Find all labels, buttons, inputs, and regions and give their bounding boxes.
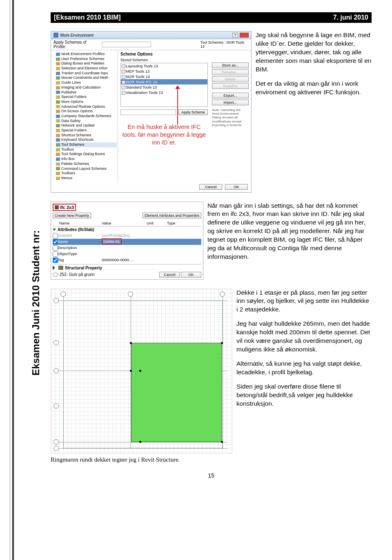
- tree-item[interactable]: Guide Lines: [56, 80, 117, 85]
- property-row[interactable]: Description: [53, 245, 201, 251]
- tree-icon: [56, 158, 60, 161]
- tree-item[interactable]: Toolbars: [56, 171, 117, 176]
- property-name: Tag: [58, 258, 102, 263]
- tree-item[interactable]: Toolbox: [56, 147, 117, 152]
- tree-label: Menus: [61, 176, 72, 181]
- tree-icon: [56, 119, 60, 122]
- tree-item[interactable]: Keyboard Shortcuts: [56, 138, 117, 142]
- tree-item[interactable]: Menus: [56, 176, 117, 181]
- tree-icon: [56, 110, 60, 113]
- tree-item[interactable]: Work Environment Profiles: [56, 52, 117, 57]
- tree-label: Toolbars: [61, 171, 75, 176]
- tree-label: Tracker and Coordinate Inpu: [61, 71, 108, 76]
- tree-item[interactable]: Mouse Constraints and Meth: [56, 76, 117, 80]
- tree-item[interactable]: Info Box: [56, 157, 117, 162]
- tree-item[interactable]: Imaging and Calculation: [56, 85, 117, 90]
- section3-p2: Jeg har valgt hulldekke 265mm, men det h…: [236, 320, 372, 354]
- apply-scheme-button[interactable]: Apply Scheme: [178, 109, 208, 115]
- cancel-button[interactable]: Cancel: [199, 184, 222, 190]
- ok-button[interactable]: OK: [225, 184, 248, 190]
- plan-caption: Ringmuren rundt dekket tegner jeg i Revi…: [51, 456, 232, 463]
- header-bar: [Eksamen 2010 1BIM] 7. juni 2010: [51, 12, 372, 23]
- apply-scheme-input[interactable]: [120, 109, 176, 115]
- scheme-item[interactable]: MEP Tools 13: [121, 69, 207, 74]
- tree-label: Keyboard Shortcuts: [61, 138, 94, 142]
- tree-label: Guide Lines: [61, 80, 81, 85]
- tree-item[interactable]: Data Safety: [56, 119, 117, 124]
- footer-text: 252- Gulv på grunn: [60, 272, 95, 277]
- tree-label: User Preference Schemes: [61, 57, 105, 62]
- scheme-item[interactable]: NOR Tools IFC 13: [121, 79, 207, 84]
- section3-p3: Alternativ, så kunne jeg ha valgt støpt …: [236, 360, 372, 377]
- tree-icon: [56, 76, 60, 80]
- tree-icon: [56, 72, 60, 75]
- tree-item[interactable]: Palette Schemes: [56, 162, 117, 167]
- property-value: [102, 251, 159, 257]
- tree-icon: [56, 86, 60, 89]
- property-row[interactable]: ObjectType: [53, 251, 201, 257]
- tree-item[interactable]: Tool Schemes: [56, 142, 117, 147]
- tree-panel[interactable]: Work Environment ProfilesUser Preference…: [51, 50, 118, 182]
- tree-item[interactable]: More Options: [56, 100, 117, 104]
- tree-item[interactable]: Dialog Boxes and Palettes: [56, 61, 117, 66]
- tree-item[interactable]: On-Screen Options: [56, 109, 117, 114]
- ok-button-2[interactable]: OK: [181, 272, 201, 278]
- tree-label: Company Standards Schemes: [61, 114, 111, 119]
- tree-item[interactable]: Special Folders: [56, 95, 117, 100]
- property-row[interactable]: GlobalId1iw4RnD8j53hQ…: [53, 233, 201, 239]
- red-annotation: En må huske å aktivere IFC tools, før ma…: [120, 123, 208, 147]
- tree-item[interactable]: User Preference Schemes: [56, 57, 117, 62]
- section3-p4: Siden jeg skal overføre disse filene til…: [236, 382, 372, 408]
- tree-icon: [56, 148, 60, 151]
- red-arrow-icon: [175, 86, 180, 124]
- tree-item[interactable]: Tool Settings Dialog Boxes: [56, 152, 117, 157]
- tree-item[interactable]: Selection and Element Inforr: [56, 66, 117, 71]
- tree-item[interactable]: Advanced Redraw Options: [56, 104, 117, 109]
- close-icon[interactable]: [240, 33, 249, 38]
- tree-label: Info Box: [61, 157, 75, 162]
- tree-icon: [56, 81, 60, 84]
- apply-profile-input[interactable]: [102, 42, 151, 47]
- redefine-button[interactable]: Redefine: [212, 83, 249, 89]
- tree-item[interactable]: Special Folders: [56, 128, 117, 133]
- tree-item[interactable]: Network and Update: [56, 123, 117, 128]
- property-row[interactable]: NameDekke-01: [53, 239, 201, 245]
- tree-item[interactable]: Tracker and Coordinate Inpu: [56, 71, 117, 76]
- tree-icon: [56, 172, 60, 175]
- export-button[interactable]: Export...: [212, 93, 249, 98]
- rename-button[interactable]: Rename...: [212, 69, 249, 75]
- element-attributes-button[interactable]: Element Attributes and Properties: [143, 213, 201, 218]
- tool-schemes-label: Tool Schemes : NOR Tools 13: [200, 40, 249, 49]
- tree-item[interactable]: Publisher: [56, 90, 117, 95]
- tree-item[interactable]: Command Layout Schemes: [56, 167, 117, 171]
- scheme-item[interactable]: NOR Tools 13: [121, 74, 207, 79]
- header-left: [Eksamen 2010 1BIM]: [54, 14, 121, 21]
- import-button[interactable]: Import...: [212, 100, 249, 105]
- tree-item[interactable]: Shortcut Schemes: [56, 133, 117, 138]
- store-button[interactable]: Store as...: [212, 62, 249, 68]
- tree-label: Mouse Constraints and Meth: [61, 76, 108, 80]
- create-property-button[interactable]: Create New Property: [53, 213, 91, 218]
- cancel-button-2[interactable]: Cancel: [159, 272, 180, 278]
- structural-property-row[interactable]: Structural Property: [53, 264, 201, 271]
- struct-icon: [58, 266, 63, 270]
- tree-icon: [56, 162, 60, 166]
- tree-label: Tool Settings Dialog Boxes: [61, 152, 105, 157]
- property-value: 1iw4RnD8j53hQ…: [102, 233, 159, 238]
- tree-label: Work Environment Profiles: [61, 52, 105, 57]
- scheme-item[interactable]: Layouting Tools 13: [121, 63, 207, 69]
- scheme-item[interactable]: Standard Tools 13: [121, 84, 207, 90]
- scheme-item[interactable]: Visualization Tools 13: [121, 90, 207, 95]
- schemes-list[interactable]: Layouting Tools 13MEP Tools 13NOR Tools …: [120, 63, 208, 107]
- apply-profile-label: Apply Schemes of Profile:: [53, 40, 100, 49]
- help-icon[interactable]: ?: [232, 33, 238, 38]
- stored-label: Stored Schemes:: [120, 58, 208, 62]
- property-name: GlobalId: [58, 233, 102, 238]
- tree-label: Toolbox: [61, 147, 74, 152]
- property-row[interactable]: Tag00000000-0000-…: [53, 257, 201, 263]
- tree-item[interactable]: Company Standards Schemes: [56, 114, 117, 119]
- attributes-group[interactable]: Attributes (IfcSlab): [53, 227, 201, 232]
- tree-label: Publisher: [61, 90, 77, 95]
- delete-button[interactable]: Delete: [212, 76, 249, 82]
- page-number: 15: [51, 472, 372, 479]
